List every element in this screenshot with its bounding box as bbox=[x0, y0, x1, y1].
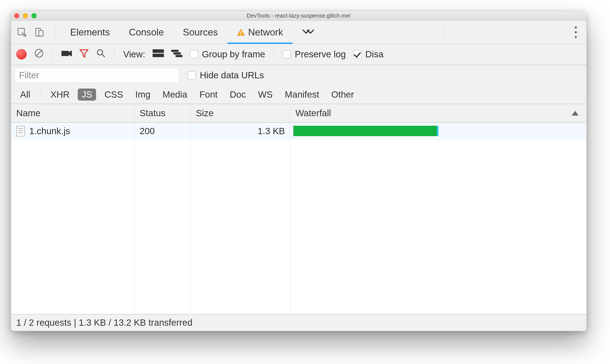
type-chip-font[interactable]: Font bbox=[195, 89, 221, 101]
table-header: Name Status Size Waterfall bbox=[11, 104, 586, 123]
table-body: 1.chunk.js 200 1.3 KB bbox=[11, 123, 586, 314]
tab-sources[interactable]: Sources bbox=[173, 21, 227, 44]
titlebar: DevTools - react-lazy-suspense.glitch.me… bbox=[11, 11, 586, 21]
settings-menu-button[interactable] bbox=[569, 21, 583, 44]
checkbox-label: Hide data URLs bbox=[200, 70, 264, 80]
request-name: 1.chunk.js bbox=[29, 126, 70, 136]
svg-rect-12 bbox=[153, 54, 156, 57]
svg-rect-2 bbox=[39, 30, 43, 36]
status-bar: 1 / 2 requests | 1.3 KB / 13.2 KB transf… bbox=[11, 314, 586, 331]
cell-waterfall bbox=[290, 123, 586, 140]
overview-button[interactable] bbox=[171, 49, 182, 60]
status-text: 1 / 2 requests | 1.3 KB / 13.2 KB transf… bbox=[16, 317, 193, 328]
type-chip-other[interactable]: Other bbox=[327, 89, 358, 101]
network-toolbar: View: Group by frame Preserve log Disa bbox=[11, 44, 586, 65]
filter-icon[interactable] bbox=[79, 49, 89, 60]
window-controls bbox=[14, 13, 37, 18]
waterfall-bar bbox=[293, 126, 438, 136]
type-chip-xhr[interactable]: XHR bbox=[47, 89, 74, 101]
filter-input[interactable] bbox=[14, 68, 179, 83]
script-file-icon bbox=[16, 126, 25, 136]
checkbox-label: Disa bbox=[365, 49, 384, 60]
preserve-log-checkbox[interactable]: Preserve log bbox=[283, 49, 346, 60]
checkbox-icon bbox=[283, 50, 291, 58]
type-chip-manifest[interactable]: Manifest bbox=[281, 89, 323, 101]
column-waterfall[interactable]: Waterfall bbox=[290, 104, 586, 122]
tab-label: Elements bbox=[70, 27, 110, 38]
checkbox-icon bbox=[190, 50, 198, 58]
column-size[interactable]: Size bbox=[191, 104, 290, 122]
device-toolbar-icon[interactable] bbox=[34, 27, 44, 37]
svg-rect-13 bbox=[156, 54, 163, 57]
tab-elements[interactable]: Elements bbox=[61, 21, 119, 44]
table-row[interactable]: 1.chunk.js 200 1.3 KB bbox=[11, 123, 586, 140]
group-by-frame-checkbox[interactable]: Group by frame bbox=[190, 49, 265, 60]
column-name[interactable]: Name bbox=[11, 104, 134, 122]
svg-rect-3 bbox=[241, 31, 241, 33]
separator-icon bbox=[274, 48, 274, 61]
type-chip-all[interactable]: All bbox=[16, 89, 34, 101]
warning-icon bbox=[237, 28, 245, 36]
type-chip-ws[interactable]: WS bbox=[254, 89, 277, 101]
tab-label: Network bbox=[248, 27, 283, 38]
tab-label: Sources bbox=[183, 27, 218, 38]
svg-rect-16 bbox=[176, 55, 182, 57]
column-status[interactable]: Status bbox=[134, 104, 191, 122]
devtools-window: DevTools - react-lazy-suspense.glitch.me… bbox=[11, 11, 587, 331]
svg-rect-15 bbox=[174, 53, 180, 54]
separator-icon bbox=[40, 90, 40, 99]
hide-data-urls-checkbox[interactable]: Hide data URLs bbox=[188, 70, 264, 80]
checkbox-label: Group by frame bbox=[202, 49, 265, 60]
tab-network[interactable]: Network bbox=[227, 21, 292, 44]
cell-status: 200 bbox=[134, 123, 191, 140]
more-tabs-button[interactable] bbox=[293, 21, 324, 44]
svg-rect-10 bbox=[153, 50, 156, 52]
view-label: View: bbox=[123, 49, 145, 60]
svg-rect-11 bbox=[156, 50, 163, 52]
type-chip-img[interactable]: Img bbox=[131, 89, 154, 101]
svg-line-9 bbox=[102, 54, 105, 57]
type-chip-js[interactable]: JS bbox=[78, 89, 96, 101]
checkbox-icon bbox=[188, 71, 196, 79]
large-rows-button[interactable] bbox=[153, 49, 164, 60]
checkbox-icon bbox=[353, 50, 362, 58]
tab-label: Console bbox=[129, 27, 164, 38]
minimize-window-icon[interactable] bbox=[23, 13, 28, 18]
screenshot-button[interactable] bbox=[62, 49, 72, 60]
cell-size: 1.3 KB bbox=[191, 123, 290, 140]
close-window-icon[interactable] bbox=[14, 13, 19, 18]
type-chip-media[interactable]: Media bbox=[159, 89, 191, 101]
checkbox-label: Preserve log bbox=[295, 49, 346, 60]
separator-icon bbox=[52, 48, 53, 61]
type-chip-doc[interactable]: Doc bbox=[226, 89, 250, 101]
zoom-window-icon[interactable] bbox=[31, 13, 37, 18]
separator-icon bbox=[114, 48, 115, 61]
search-icon[interactable] bbox=[96, 49, 106, 60]
disable-cache-checkbox[interactable]: Disa bbox=[353, 49, 384, 60]
svg-line-6 bbox=[36, 51, 42, 56]
filter-bar: Hide data URLs bbox=[11, 65, 586, 86]
requests-table: Name Status Size Waterfall 1.chunk.js 20… bbox=[11, 104, 586, 314]
svg-rect-7 bbox=[62, 51, 69, 56]
svg-point-8 bbox=[97, 50, 103, 55]
separator-icon bbox=[443, 25, 443, 39]
request-type-filters: All XHR JS CSS Img Media Font Doc WS Man… bbox=[11, 86, 586, 104]
cell-name: 1.chunk.js bbox=[11, 123, 134, 140]
clear-button[interactable] bbox=[34, 48, 44, 60]
svg-rect-14 bbox=[172, 50, 178, 52]
panel-tabs: Elements Console Sources Network bbox=[11, 21, 586, 44]
window-title: DevTools - react-lazy-suspense.glitch.me… bbox=[11, 12, 586, 19]
type-chip-css[interactable]: CSS bbox=[100, 89, 127, 101]
inspect-element-icon[interactable] bbox=[17, 27, 27, 37]
record-button[interactable] bbox=[16, 49, 27, 60]
svg-rect-4 bbox=[241, 34, 241, 35]
separator-icon bbox=[55, 25, 55, 39]
table-empty-area bbox=[11, 140, 586, 314]
tab-console[interactable]: Console bbox=[119, 21, 173, 44]
